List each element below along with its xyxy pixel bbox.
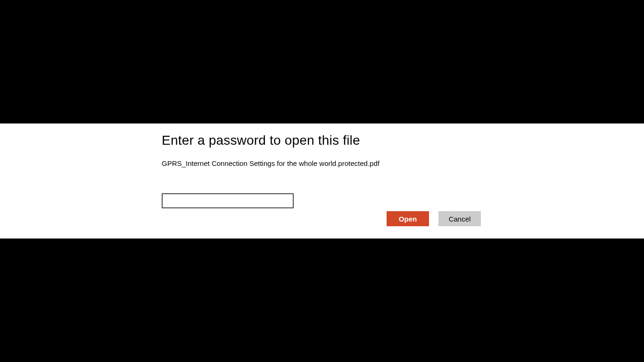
dialog-filename: GPRS_Internet Connection Settings for th… (162, 159, 482, 167)
dialog-title: Enter a password to open this file (162, 132, 482, 149)
open-button[interactable]: Open (387, 211, 429, 226)
cancel-button[interactable]: Cancel (438, 211, 481, 226)
password-input[interactable] (162, 193, 294, 208)
dialog-content: Enter a password to open this file GPRS_… (162, 132, 482, 208)
dialog-button-row: Open Cancel (387, 211, 481, 226)
password-dialog-panel: Enter a password to open this file GPRS_… (0, 123, 644, 239)
